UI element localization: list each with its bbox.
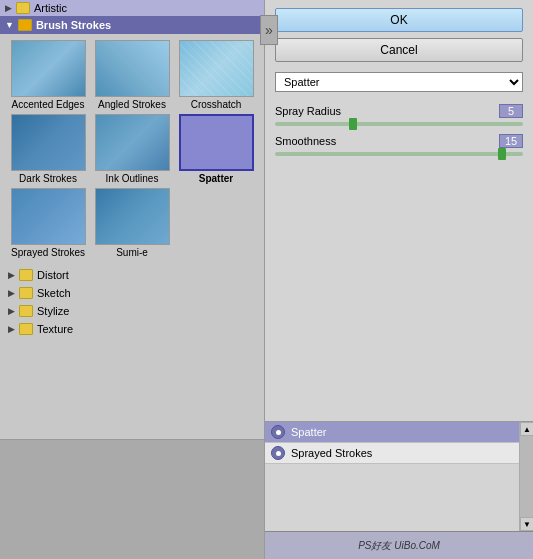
collapse-expand-button[interactable]: »: [260, 15, 278, 45]
layer-item-spatter[interactable]: Spatter: [265, 422, 519, 443]
folder-icon-distort: [19, 269, 33, 281]
smoothness-label: Smoothness: [275, 135, 336, 147]
layer-panel: Spatter Sprayed Strokes ▲ ▼: [265, 421, 533, 531]
eye-icon-spatter[interactable]: [271, 425, 285, 439]
layer-item-sprayedstrokes[interactable]: Sprayed Strokes: [265, 443, 519, 464]
filter-select[interactable]: Spatter Accented Edges Angled Strokes Cr…: [275, 72, 523, 92]
slider-section: Spray Radius 5 Smoothness 15: [265, 100, 533, 156]
folder-icon: [16, 2, 30, 14]
smoothness-value: 15: [499, 134, 523, 148]
folder-icon-sketch: [19, 287, 33, 299]
thumb-spatter[interactable]: Spatter: [176, 114, 256, 184]
folder-icon-stylize: [19, 305, 33, 317]
preview-area: [0, 439, 264, 559]
artistic-label: Artistic: [34, 2, 67, 14]
right-arrow-icon: ▶: [5, 3, 12, 13]
thumb-img-sprayedstrokes: [11, 188, 86, 245]
layer-scrollbar: ▲ ▼: [519, 422, 533, 531]
thumb-sumie[interactable]: Sumi-e: [92, 188, 172, 258]
thumb-label-spatter: Spatter: [199, 173, 233, 184]
eye-icon-sprayedstrokes[interactable]: [271, 446, 285, 460]
sketch-label: Sketch: [37, 287, 71, 299]
spray-radius-label-row: Spray Radius 5: [275, 104, 523, 118]
thumb-img-crosshatch: [179, 40, 254, 97]
thumb-label-angledstrokes: Angled Strokes: [98, 99, 166, 110]
layer-scroll: Spatter Sprayed Strokes: [265, 422, 519, 531]
eye-dot-spatter: [276, 430, 281, 435]
texture-label: Texture: [37, 323, 73, 335]
smoothness-thumb[interactable]: [498, 148, 506, 160]
smoothness-label-row: Smoothness 15: [275, 134, 523, 148]
brush-strokes-header[interactable]: ▼ Brush Strokes: [0, 16, 264, 34]
spray-radius-value: 5: [499, 104, 523, 118]
right-top-controls: OK Cancel Spatter Accented Edges Angled …: [265, 0, 533, 100]
thumb-img-darkstrokes: [11, 114, 86, 171]
right-arrow-icon-distort: ▶: [8, 270, 15, 280]
tree-item-sketch[interactable]: ▶ Sketch: [0, 284, 264, 302]
thumb-sprayedstrokes[interactable]: Sprayed Strokes: [8, 188, 88, 258]
right-arrow-icon-stylize: ▶: [8, 306, 15, 316]
thumb-img-accentededges: [11, 40, 86, 97]
left-panel: ▶ Artistic ▼ Brush Strokes Accented Edge…: [0, 0, 265, 559]
spray-radius-row: Spray Radius 5: [275, 104, 523, 126]
thumb-angledstrokes[interactable]: Angled Strokes: [92, 40, 172, 110]
spray-radius-thumb[interactable]: [349, 118, 357, 130]
cancel-button[interactable]: Cancel: [275, 38, 523, 62]
tree-item-stylize[interactable]: ▶ Stylize: [0, 302, 264, 320]
brush-strokes-label: Brush Strokes: [36, 19, 111, 31]
ok-button[interactable]: OK: [275, 8, 523, 32]
distort-label: Distort: [37, 269, 69, 281]
scroll-down-arrow[interactable]: ▼: [520, 517, 533, 531]
thumb-label-accentededges: Accented Edges: [12, 99, 85, 110]
thumbnail-grid: Accented Edges Angled Strokes Crosshatch…: [0, 34, 264, 264]
thumb-crosshatch[interactable]: Crosshatch: [176, 40, 256, 110]
thumb-img-spatter: [179, 114, 254, 171]
smoothness-row: Smoothness 15: [275, 134, 523, 156]
layer-name-spatter: Spatter: [291, 426, 326, 438]
layer-name-sprayedstrokes: Sprayed Strokes: [291, 447, 372, 459]
spray-radius-label: Spray Radius: [275, 105, 341, 117]
right-panel: OK Cancel Spatter Accented Edges Angled …: [265, 0, 533, 559]
thumb-darkstrokes[interactable]: Dark Strokes: [8, 114, 88, 184]
smoothness-track[interactable]: [275, 152, 523, 156]
thumb-label-inkoutlines: Ink Outlines: [106, 173, 159, 184]
folder-icon-texture: [19, 323, 33, 335]
right-arrow-icon-texture: ▶: [8, 324, 15, 334]
filter-dropdown-row: Spatter Accented Edges Angled Strokes Cr…: [275, 72, 523, 92]
scroll-track[interactable]: [520, 436, 533, 517]
thumb-label-sprayedstrokes: Sprayed Strokes: [11, 247, 85, 258]
thumb-accentededges[interactable]: Accented Edges: [8, 40, 88, 110]
thumb-label-darkstrokes: Dark Strokes: [19, 173, 77, 184]
tree-item-distort[interactable]: ▶ Distort: [0, 266, 264, 284]
folder-icon-brush: [18, 19, 32, 31]
thumb-img-inkoutlines: [95, 114, 170, 171]
eye-dot-sprayedstrokes: [276, 451, 281, 456]
right-arrow-icon-sketch: ▶: [8, 288, 15, 298]
spray-radius-track[interactable]: [275, 122, 523, 126]
scroll-up-arrow[interactable]: ▲: [520, 422, 533, 436]
thumb-inkoutlines[interactable]: Ink Outlines: [92, 114, 172, 184]
stylize-label: Stylize: [37, 305, 69, 317]
thumb-img-angledstrokes: [95, 40, 170, 97]
thumb-label-crosshatch: Crosshatch: [191, 99, 242, 110]
watermark-text: PS好友 UiBo.CoM: [358, 539, 440, 553]
down-arrow-icon: ▼: [5, 20, 14, 30]
thumb-label-sumie: Sumi-e: [116, 247, 148, 258]
thumb-img-sumie: [95, 188, 170, 245]
artistic-tree-item[interactable]: ▶ Artistic: [0, 0, 264, 16]
tree-item-texture[interactable]: ▶ Texture: [0, 320, 264, 338]
bottom-tree: ▶ Distort ▶ Sketch ▶ Stylize ▶ Texture: [0, 264, 264, 340]
